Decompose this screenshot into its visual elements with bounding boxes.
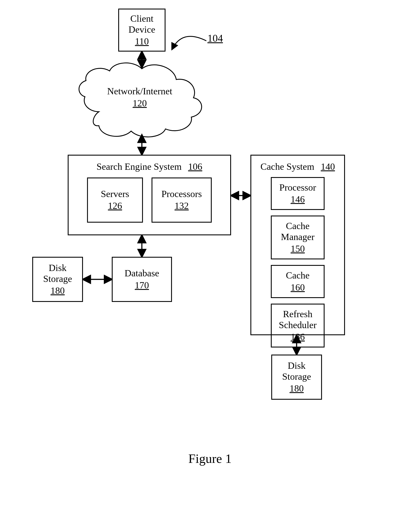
node-disk-storage-left: Disk Storage 180	[32, 257, 83, 302]
cache-system-ref: 140	[321, 161, 335, 172]
processors-label: Processors	[161, 189, 202, 200]
database-ref: 170	[135, 280, 149, 291]
callout-ref: 104	[207, 32, 223, 44]
servers-label: Servers	[101, 189, 129, 200]
servers-ref: 126	[108, 200, 122, 211]
node-cache-manager: Cache Manager 150	[271, 216, 325, 259]
refresh-scheduler-label: Refresh Scheduler	[277, 309, 319, 330]
network-ref: 120	[92, 98, 187, 109]
cache-manager-label: Cache Manager	[277, 221, 319, 242]
figure-caption: Figure 1	[0, 451, 420, 466]
diagram-canvas: 104 Client Device 110 Network/Internet 1…	[0, 0, 420, 508]
node-client-device: Client Device 110	[118, 9, 165, 52]
node-refresh-scheduler: Refresh Scheduler 186	[271, 304, 325, 347]
client-device-ref: 110	[135, 36, 149, 47]
refresh-scheduler-ref: 186	[291, 331, 305, 342]
node-processors: Processors 132	[151, 178, 212, 223]
disk-storage-right-ref: 180	[290, 383, 304, 394]
client-device-label: Client Device	[121, 13, 163, 35]
processors-ref: 132	[174, 200, 189, 211]
connectors-svg	[0, 0, 420, 508]
node-cache-system: Cache System 140 Processor 146 Cache Man…	[250, 155, 345, 335]
network-label: Network/Internet	[92, 86, 187, 97]
node-database: Database 170	[112, 257, 172, 302]
processor-ref: 146	[291, 194, 305, 205]
database-label: Database	[124, 268, 159, 279]
node-processor: Processor 146	[271, 177, 325, 210]
search-engine-ref: 106	[188, 161, 202, 172]
disk-storage-left-label: Disk Storage	[35, 263, 80, 284]
search-engine-label: Search Engine System	[97, 161, 182, 172]
node-network: Network/Internet 120	[92, 86, 187, 109]
cache-ref: 160	[291, 282, 305, 293]
disk-storage-right-label: Disk Storage	[274, 360, 319, 382]
node-search-engine: Search Engine System 106 Servers 126 Pro…	[68, 155, 231, 235]
cache-manager-ref: 150	[291, 243, 305, 254]
callout-arrow	[172, 36, 206, 49]
node-servers: Servers 126	[87, 178, 143, 223]
node-cache: Cache 160	[271, 265, 325, 298]
cache-label: Cache	[286, 270, 309, 281]
cache-system-label: Cache System	[261, 161, 315, 172]
disk-storage-left-ref: 180	[51, 285, 65, 296]
processor-label: Processor	[279, 182, 316, 193]
node-disk-storage-right: Disk Storage 180	[271, 355, 322, 400]
